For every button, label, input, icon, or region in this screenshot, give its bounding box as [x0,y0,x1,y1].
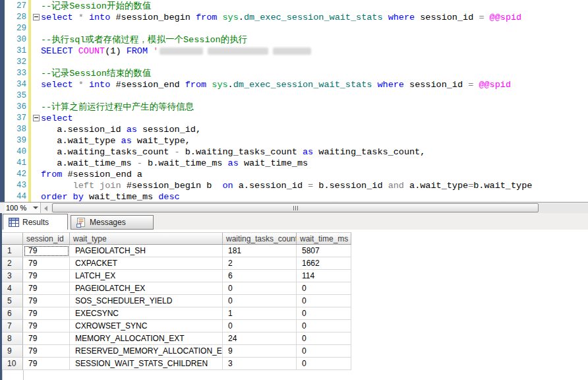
column-header-session_id[interactable]: session_id [23,232,70,245]
code-line[interactable]: 34select * into #session_end from sys.dm… [0,79,588,90]
grid-cell[interactable]: 9 [223,345,297,358]
grid-cell[interactable]: MEMORY_ALLOCATION_EXT [70,332,223,345]
code-line[interactable]: 33--记录Session结束的数值 [0,68,588,79]
grid-cell[interactable]: CXPACKET [70,257,223,270]
grid-cell[interactable]: 0 [297,358,351,370]
grid-cell[interactable]: 79 [23,257,70,270]
code-line[interactable]: 38 a.session_id as session_id, [0,124,588,135]
row-number-cell[interactable]: 10 [2,358,23,370]
grid-cell[interactable]: 181 [223,245,297,257]
grid-cell[interactable]: 3 [223,358,297,370]
tab-messages[interactable]: Messages [71,215,154,230]
fold-collapse-icon[interactable] [33,115,40,121]
sql-token-kw: from [196,13,223,22]
grid-cell[interactable]: 0 [297,320,351,332]
grid-cell[interactable]: LATCH_EX [70,270,223,282]
grid-cell[interactable]: EXECSYNC [70,307,223,320]
grid-cell[interactable]: 5807 [297,245,351,257]
grid-cell[interactable]: 114 [297,270,351,282]
grid-cell[interactable]: SOS_SCHEDULER_YIELD [70,295,223,307]
row-number-cell[interactable]: 4 [2,282,23,295]
grid-cell[interactable]: 2 [223,257,297,270]
line-number: 36 [5,102,28,113]
code-line[interactable]: 41 a.wait_time_ms - b.wait_time_ms as wa… [0,158,588,169]
code-line[interactable]: 31SELECT COUNT(1) FROM ' [0,46,588,57]
row-number-cell[interactable]: 5 [2,295,23,307]
grid-cell[interactable]: 6 [223,270,297,282]
grid-cell[interactable]: 79 [23,245,70,257]
code-line[interactable]: 44order by wait_time_ms desc [0,191,588,202]
horizontal-scrollbar-track[interactable] [51,203,588,213]
grid-cell[interactable]: PAGEIOLATCH_SH [70,245,223,257]
code-line[interactable]: 37select [0,113,588,124]
table-row: 679EXECSYNC10 [2,307,351,320]
sql-token-cm: --计算之前运行过程中产生的等待信息 [41,102,194,112]
row-number-cell[interactable]: 3 [2,270,23,282]
grid-cell[interactable]: 0 [223,295,297,307]
grid-cell[interactable]: 1 [223,307,297,320]
column-header-wait_time_ms[interactable]: wait_time_ms [297,232,351,245]
code-text: from #session_end a [41,169,142,180]
grid-cell[interactable]: CXROWSET_SYNC [70,320,223,332]
tab-results[interactable]: Results [3,214,68,230]
code-line[interactable]: 39 a.wait_type as wait_type, [0,135,588,146]
line-number: 41 [5,158,28,169]
code-line[interactable]: 29 [0,23,588,34]
row-number-cell[interactable]: 9 [2,345,23,358]
grid-cell[interactable]: 24 [223,332,297,345]
grid-cell[interactable]: SESSION_WAIT_STATS_CHILDREN [70,358,223,370]
code-line[interactable]: 36--计算之前运行过程中产生的等待信息 [0,102,588,113]
grid-cell[interactable]: 0 [297,282,351,295]
grid-cell[interactable]: 79 [23,358,70,370]
code-text: a.wait_time_ms - b.wait_time_ms as wait_… [41,158,308,169]
row-number-cell[interactable]: 2 [2,257,23,270]
code-line[interactable]: 43 left join #session_begin b on a.sessi… [0,180,588,191]
grid-cell[interactable]: 0 [223,282,297,295]
code-line[interactable]: 42from #session_end a [0,169,588,180]
grid-cell[interactable]: 79 [23,282,70,295]
sql-editor-surface[interactable]: 27--记录Session开始的数值28select * into #sessi… [0,0,588,202]
grid-cell[interactable]: 0 [297,345,351,358]
line-number: 43 [5,180,28,191]
grid-cell[interactable]: 0 [297,295,351,307]
sql-token-op: = [479,13,489,22]
code-line[interactable]: 30--执行sql或者存储过程，模拟一个Session的执行 [0,34,588,46]
grid-cell[interactable]: 79 [23,345,70,358]
grid-cell[interactable]: 0 [297,332,351,345]
grid-cell[interactable]: 79 [23,320,70,332]
code-line[interactable]: 35 [0,90,588,102]
grid-cell[interactable]: 1662 [297,257,351,270]
sql-token-id: wait_type, [137,136,191,146]
fold-collapse-icon[interactable] [33,14,40,20]
horizontal-scrollbar-thumb[interactable] [52,203,539,212]
code-line[interactable]: 28select * into #session_begin from sys.… [0,12,588,23]
grid-cell[interactable]: 79 [23,307,70,320]
column-header-waiting_tasks_count[interactable]: waiting_tasks_count [223,232,297,245]
grid-cell[interactable]: 79 [23,270,70,282]
code-text: a.session_id as session_id, [41,124,201,135]
column-header-wait_type[interactable]: wait_type [70,232,223,245]
grid-cell[interactable]: 0 [297,307,351,320]
grid-cell[interactable]: 79 [23,295,70,307]
code-line[interactable]: 32 [0,57,588,68]
sql-token-id: #session_begin [115,13,196,22]
code-text: select * into #session_begin from sys.dm… [41,12,521,23]
grid-cell[interactable]: PAGEIOLATCH_EX [70,282,223,295]
grid-cell[interactable]: RESERVED_MEMORY_ALLOCATION_EXT [70,345,223,358]
row-number-cell[interactable]: 8 [2,332,23,345]
scroll-left-button[interactable] [42,204,50,212]
row-number-cell[interactable]: 7 [2,320,23,332]
sql-token-id: session_id [409,80,468,90]
grid-cell[interactable]: 0 [223,320,297,332]
zoom-combobox[interactable]: 100 % [5,203,41,213]
grid-corner-cell[interactable] [2,232,23,245]
grid-cell[interactable]: 79 [23,332,70,345]
line-number: 39 [5,135,28,146]
editor-bottom-bar: 100 % [0,202,588,213]
code-line[interactable]: 27--记录Session开始的数值 [0,1,588,12]
code-line[interactable]: 40 a.waiting_tasks_count - b.waiting_tas… [0,146,588,158]
line-number: 33 [5,68,28,79]
code-text: --记录Session结束的数值 [41,68,151,79]
row-number-cell[interactable]: 1 [2,245,23,257]
row-number-cell[interactable]: 6 [2,307,23,320]
